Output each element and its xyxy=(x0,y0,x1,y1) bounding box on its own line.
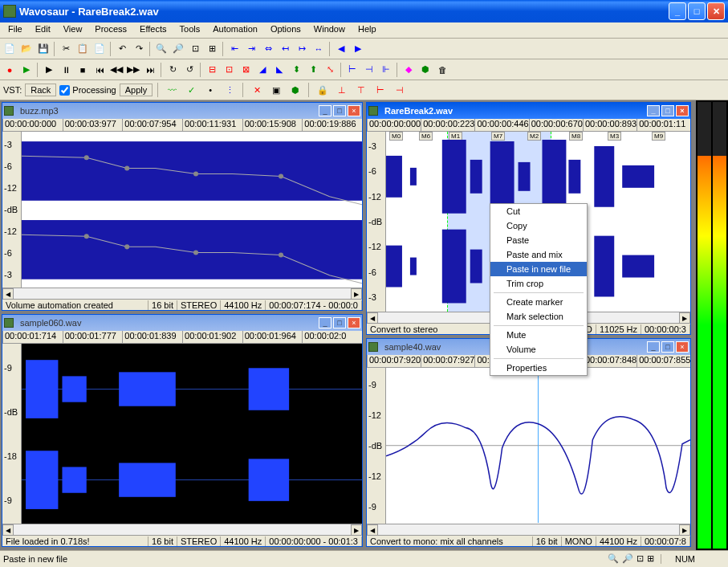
menu-edit[interactable]: Edit xyxy=(29,22,57,38)
lock-icon[interactable]: 🔒 xyxy=(315,82,331,98)
anchor1-icon[interactable]: ⊥ xyxy=(334,82,350,98)
s40-close-button[interactable]: × xyxy=(676,341,689,353)
sel-grow-r-icon[interactable]: ↦ xyxy=(294,41,310,57)
buzz-max-button[interactable]: □ xyxy=(333,105,346,116)
buzz-scrollbar[interactable]: ◀ ▶ xyxy=(2,288,362,299)
end-icon[interactable]: ⏭ xyxy=(142,62,158,78)
menu-tools[interactable]: Tools xyxy=(173,22,207,38)
loop2-icon[interactable]: ↺ xyxy=(181,62,197,78)
loop-icon[interactable]: ↻ xyxy=(165,62,181,78)
s40-min-button[interactable]: _ xyxy=(647,341,660,353)
minimize-button[interactable]: _ xyxy=(669,2,686,20)
s060-close-button[interactable]: × xyxy=(348,317,360,328)
sel-grow-l-icon[interactable]: ↤ xyxy=(277,41,293,57)
sel-right-icon[interactable]: ⇥ xyxy=(243,41,259,57)
tool-icon2[interactable]: ⊞ xyxy=(647,553,654,564)
zoom-all-icon[interactable]: ⊞ xyxy=(204,41,220,57)
ctx-paste-new-file[interactable]: Paste in new file xyxy=(490,262,587,276)
undo-icon[interactable]: ↶ xyxy=(114,41,130,57)
rw-icon[interactable]: ◀◀ xyxy=(108,62,124,78)
scroll-right-icon[interactable]: ▶ xyxy=(679,312,690,324)
record-arm-icon[interactable]: ▶ xyxy=(18,62,35,78)
ctx-trim-crop[interactable]: Trim crop xyxy=(490,276,587,291)
menu-process[interactable]: Process xyxy=(88,22,133,38)
marker3-icon[interactable]: ⊩ xyxy=(378,62,394,78)
vst-btn4-icon[interactable]: ⋮ xyxy=(222,82,238,98)
stop-icon[interactable]: ■ xyxy=(75,62,91,78)
scroll-right-icon[interactable]: ▶ xyxy=(351,288,362,300)
buzz-min-button[interactable]: _ xyxy=(319,105,331,116)
menu-automation[interactable]: Automation xyxy=(206,22,264,38)
s060-max-button[interactable]: □ xyxy=(333,317,346,328)
rewind-icon[interactable]: ⏮ xyxy=(92,62,108,78)
s060-waveform[interactable]: -9-dB-18-9 xyxy=(2,344,362,524)
s060-scrollbar[interactable]: ◀ ▶ xyxy=(2,524,362,535)
paste-icon[interactable]: 📄 xyxy=(92,41,108,57)
marker2-icon[interactable]: ⊣ xyxy=(361,62,377,78)
vst-btn3-icon[interactable]: • xyxy=(202,82,218,98)
ctx-paste-mix[interactable]: Paste and mix xyxy=(490,247,587,262)
scroll-left-icon[interactable]: ◀ xyxy=(367,524,378,536)
robot-icon[interactable]: ⬢ xyxy=(417,62,433,78)
gain-icon[interactable]: ⬆ xyxy=(305,62,321,78)
sel-left-icon[interactable]: ⇤ xyxy=(226,41,242,57)
rare-close-button[interactable]: × xyxy=(676,105,689,116)
plugin-icon[interactable]: ◆ xyxy=(401,62,417,78)
ctx-volume[interactable]: Volume xyxy=(490,342,587,357)
goto-start-icon[interactable]: ◀ xyxy=(333,41,349,57)
new-icon[interactable]: 📄 xyxy=(2,41,18,57)
cut-icon[interactable]: ✂ xyxy=(58,41,74,57)
menu-options[interactable]: Options xyxy=(264,22,307,38)
scroll-left-icon[interactable]: ◀ xyxy=(2,288,14,300)
scroll-left-icon[interactable]: ◀ xyxy=(2,524,14,536)
scroll-left-icon[interactable]: ◀ xyxy=(367,312,378,324)
vst-icon1[interactable]: 〰 xyxy=(164,82,180,98)
goto-end-icon[interactable]: ▶ xyxy=(350,41,366,57)
zoom-sel-icon[interactable]: ⊡ xyxy=(187,41,203,57)
trash-icon[interactable]: 🗑 xyxy=(434,62,450,78)
menu-view[interactable]: View xyxy=(57,22,89,38)
zoom-in-icon[interactable]: 🔍 xyxy=(153,41,169,57)
vst-rec-icon[interactable]: ⬢ xyxy=(287,82,303,98)
menu-window[interactable]: Window xyxy=(307,22,352,38)
crop-icon[interactable]: ⊡ xyxy=(221,62,237,78)
ctx-cut[interactable]: Cut xyxy=(490,204,587,218)
save-icon[interactable]: 💾 xyxy=(35,41,51,57)
window-rare-titlebar[interactable]: RareBreak2.wav _ □ × xyxy=(367,103,690,119)
copy-icon[interactable]: 📋 xyxy=(75,41,91,57)
rack-button[interactable]: Rack xyxy=(25,84,56,96)
vst-x-icon[interactable]: ✕ xyxy=(249,82,265,98)
s40-waveform[interactable]: -9-12-dB-12-9 xyxy=(367,368,690,524)
scroll-right-icon[interactable]: ▶ xyxy=(679,524,690,536)
anchor4-icon[interactable]: ⊣ xyxy=(392,82,408,98)
play-icon[interactable]: ▶ xyxy=(41,62,57,78)
vst-check-icon[interactable]: ✓ xyxy=(183,82,199,98)
close-button[interactable]: ✕ xyxy=(707,2,725,20)
open-icon[interactable]: 📂 xyxy=(18,41,35,57)
s40-max-button[interactable]: □ xyxy=(661,341,674,353)
tool-icon[interactable]: ⊡ xyxy=(636,553,644,564)
del-icon[interactable]: ⊠ xyxy=(238,62,254,78)
rare-timeline[interactable]: 00:00:00:000 00:00:00:223 00:00:00:446 0… xyxy=(367,119,690,132)
anchor2-icon[interactable]: ⊤ xyxy=(353,82,369,98)
processing-checkbox[interactable]: Processing xyxy=(59,85,116,96)
fade-in-icon[interactable]: ◢ xyxy=(254,62,270,78)
zoom-icon[interactable]: 🔍 xyxy=(608,553,619,564)
s060-timeline[interactable]: 00:00:01:714 00:00:01:777 00:00:01:839 0… xyxy=(2,331,362,344)
menu-help[interactable]: Help xyxy=(352,22,383,38)
ctx-mark-selection[interactable]: Mark selection xyxy=(490,309,587,324)
gain2-icon[interactable]: ⤡ xyxy=(322,62,338,78)
buzz-close-button[interactable]: × xyxy=(348,105,360,116)
marker-icon[interactable]: ⊢ xyxy=(344,62,360,78)
buzz-timeline[interactable]: 00:00:00:000 00:00:03:977 00:00:07:954 0… xyxy=(2,119,362,132)
ctx-mute[interactable]: Mute xyxy=(490,328,587,342)
sel-all-icon[interactable]: ⇔ xyxy=(260,41,276,57)
redo-icon[interactable]: ↷ xyxy=(131,41,147,57)
s060-min-button[interactable]: _ xyxy=(319,317,331,328)
scroll-right-icon[interactable]: ▶ xyxy=(351,524,362,536)
ctx-properties[interactable]: Properties xyxy=(490,361,587,375)
window-sample060-titlebar[interactable]: sample060.wav _ □ × xyxy=(2,315,362,331)
ctx-copy[interactable]: Copy xyxy=(490,218,587,233)
zoom-out-icon[interactable]: 🔎 xyxy=(170,41,186,57)
fade-out-icon[interactable]: ◣ xyxy=(271,62,287,78)
